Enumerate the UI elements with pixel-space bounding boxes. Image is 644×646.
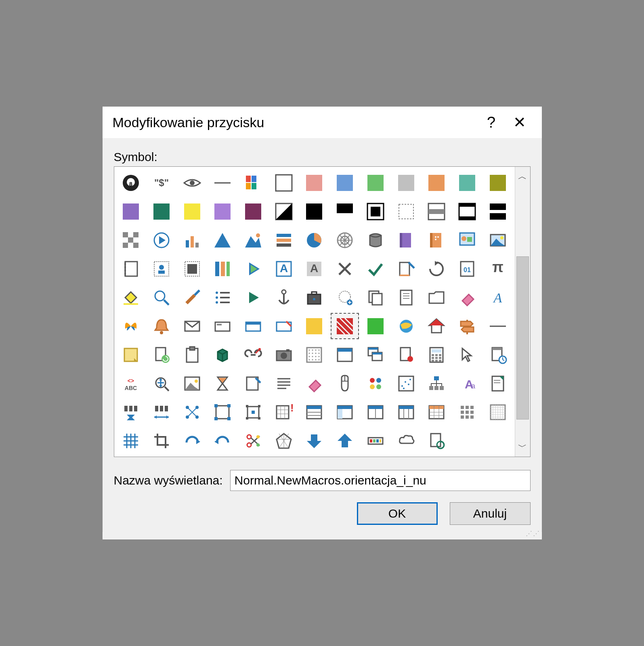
briefcase-icon[interactable] [302, 285, 327, 309]
paint-bucket-icon[interactable] [118, 285, 144, 309]
diag-split-icon[interactable] [271, 199, 297, 223]
mountain-icon[interactable] [240, 228, 266, 252]
bell-icon[interactable] [149, 314, 174, 338]
scroll-down-icon[interactable]: ﹀ [515, 437, 530, 457]
line2-icon[interactable] [485, 314, 511, 338]
redo-icon[interactable] [179, 429, 205, 453]
windows-cascade-icon[interactable] [363, 343, 388, 367]
white-border-icon[interactable] [363, 199, 388, 223]
abc-icon[interactable]: <>ABC [118, 371, 144, 395]
card-icon[interactable] [210, 314, 236, 338]
clipboard-icon[interactable] [179, 343, 205, 367]
book-purple-icon[interactable] [393, 228, 419, 252]
scissors-icon[interactable] [240, 429, 266, 453]
scroll-thumb[interactable] [516, 256, 529, 419]
cloud-icon[interactable] [393, 429, 419, 453]
signpost-icon[interactable] [454, 314, 480, 338]
blue-sq-icon[interactable] [332, 171, 358, 195]
dots-color-icon[interactable] [363, 371, 388, 395]
note-icon[interactable] [118, 343, 144, 367]
cube-icon[interactable] [210, 343, 236, 367]
contact-dotted-icon[interactable] [149, 257, 174, 281]
grid-fine-icon[interactable] [485, 400, 511, 424]
layout2-icon[interactable] [332, 400, 358, 424]
link-icon[interactable] [240, 343, 266, 367]
sheet-green-icon[interactable] [485, 371, 511, 395]
cancel-button[interactable]: Anuluj [450, 502, 531, 525]
dotted-plus-icon[interactable] [332, 285, 358, 309]
cursor-icon[interactable] [454, 343, 480, 367]
yellow-fill-icon[interactable] [302, 314, 327, 338]
page-recycle-icon[interactable] [424, 429, 449, 453]
darkgreen-sq-icon[interactable] [149, 199, 174, 223]
home-red-icon[interactable] [424, 314, 449, 338]
mouse-icon[interactable] [332, 371, 358, 395]
picture-icon[interactable] [179, 371, 205, 395]
align-h-icon[interactable] [118, 400, 144, 424]
dotted-border-icon[interactable] [393, 199, 419, 223]
red-hatch-icon[interactable] [332, 314, 358, 338]
olive-sq-icon[interactable] [485, 171, 511, 195]
grid-9-icon[interactable] [454, 400, 480, 424]
card-blue-icon[interactable] [240, 314, 266, 338]
grid-dots-icon[interactable] [302, 343, 327, 367]
dollar-quote-icon[interactable]: "$" [149, 171, 174, 195]
magnifier-icon[interactable] [149, 285, 174, 309]
stripes-icon[interactable] [210, 257, 236, 281]
gray-sq-icon[interactable] [393, 171, 419, 195]
purple-sq-icon[interactable] [118, 199, 144, 223]
letter-a-gray-icon[interactable]: A [302, 257, 327, 281]
butterfly-icon[interactable] [118, 314, 144, 338]
hourglass-icon[interactable] [210, 371, 236, 395]
play-tri-icon[interactable] [240, 257, 266, 281]
page-refresh-icon[interactable] [149, 343, 174, 367]
help-button[interactable]: ? [477, 111, 506, 134]
green-fill-icon[interactable] [363, 314, 388, 338]
yellow-sq-icon[interactable] [179, 199, 205, 223]
hash-icon[interactable] [118, 429, 144, 453]
edit-doc-icon[interactable] [393, 257, 419, 281]
scatter-icon[interactable] [393, 371, 419, 395]
nodes-icon[interactable] [179, 400, 205, 424]
crop-icon[interactable] [149, 429, 174, 453]
anchor-icon[interactable] [271, 285, 297, 309]
black-stripe-icon[interactable] [485, 199, 511, 223]
undo-icon[interactable] [210, 429, 236, 453]
eye-icon[interactable] [179, 171, 205, 195]
window-icon[interactable] [332, 343, 358, 367]
ie-icon[interactable] [393, 314, 419, 338]
violet-sq-icon[interactable] [210, 199, 236, 223]
table-alert-icon[interactable]: ! [271, 400, 297, 424]
pentagon-icon[interactable] [271, 429, 297, 453]
notebook-icon[interactable] [118, 257, 144, 281]
italic-a-icon[interactable]: A [485, 285, 511, 309]
eraser-icon[interactable] [302, 371, 327, 395]
align-lines-icon[interactable] [271, 371, 297, 395]
card-edit-icon[interactable] [271, 314, 297, 338]
database-icon[interactable] [363, 228, 388, 252]
org-chart-icon[interactable] [424, 371, 449, 395]
picture-shapes-icon[interactable] [454, 228, 480, 252]
calculator-icon[interactable] [424, 343, 449, 367]
letter-a-box-icon[interactable]: A [271, 257, 297, 281]
scroll-up-icon[interactable]: ︿ [515, 167, 530, 186]
gray-stripe-icon[interactable] [424, 199, 449, 223]
white-sq-icon[interactable] [271, 171, 297, 195]
white-frame-icon[interactable] [454, 199, 480, 223]
spider-icon[interactable] [332, 228, 358, 252]
color-grid-icon[interactable] [240, 171, 266, 195]
ok-button[interactable]: OK [357, 502, 438, 525]
stack-bars-icon[interactable] [271, 228, 297, 252]
camera-icon[interactable] [271, 343, 297, 367]
list-icon[interactable] [210, 285, 236, 309]
group2-icon[interactable] [240, 400, 266, 424]
book-orange-icon[interactable] [424, 228, 449, 252]
envelope-icon[interactable] [179, 314, 205, 338]
orange-sq-icon[interactable] [424, 171, 449, 195]
eight-ball-icon[interactable]: 8 [118, 171, 144, 195]
pi-icon[interactable]: π [485, 257, 511, 281]
layout3-icon[interactable] [363, 400, 388, 424]
plum-sq-icon[interactable] [240, 199, 266, 223]
brush-icon[interactable] [179, 285, 205, 309]
line-icon[interactable] [210, 171, 236, 195]
